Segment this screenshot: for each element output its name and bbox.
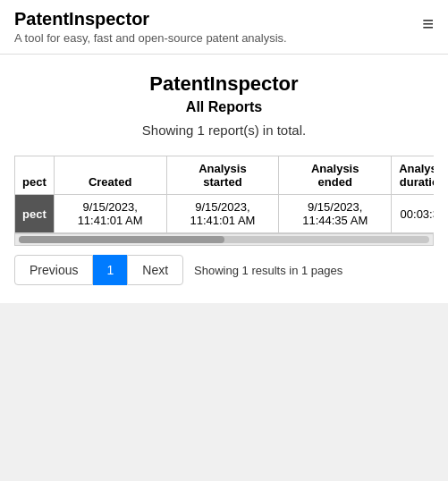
navbar: PatentInspector A tool for easy, fast an… xyxy=(0,0,448,55)
cell-created: 9/15/2023, 11:41:01 AM xyxy=(54,195,166,233)
col-subject: pect xyxy=(15,156,55,195)
hamburger-icon[interactable]: ≡ xyxy=(422,13,434,36)
cell-analysis-duration: 00:03:33 xyxy=(392,195,434,233)
col-analysis-duration: Analysisduration xyxy=(392,156,434,195)
col-created: Created xyxy=(54,156,166,195)
page-heading: PatentInspector xyxy=(14,72,434,96)
col-analysis-started: Analysisstarted xyxy=(166,156,279,195)
pagination-info: Showing 1 results in 1 pages xyxy=(194,264,342,277)
app-title: PatentInspector xyxy=(14,9,287,30)
scrollbar-thumb xyxy=(19,236,224,243)
page-1-button[interactable]: 1 xyxy=(93,255,127,285)
reports-table: pect Created Analysisstarted Analysisend… xyxy=(14,156,434,233)
page-subheading: All Reports xyxy=(14,99,434,115)
col-analysis-ended: Analysisended xyxy=(279,156,392,195)
cell-analysis-started: 9/15/2023, 11:41:01 AM xyxy=(166,195,279,233)
prev-button[interactable]: Previous xyxy=(14,255,93,285)
pagination-area: Previous 1 Next Showing 1 results in 1 p… xyxy=(14,246,434,289)
horizontal-scrollbar[interactable] xyxy=(14,233,434,246)
table-row: pect9/15/2023, 11:41:01 AM9/15/2023, 11:… xyxy=(15,195,435,233)
app-subtitle: A tool for easy, fast and open-source pa… xyxy=(14,31,287,45)
main-content: PatentInspector All Reports Showing 1 re… xyxy=(0,55,448,303)
next-button[interactable]: Next xyxy=(127,255,183,285)
brand: PatentInspector A tool for easy, fast an… xyxy=(14,9,287,45)
table-wrapper: pect Created Analysisstarted Analysisend… xyxy=(14,156,434,233)
scrollbar-track xyxy=(19,236,429,243)
cell-subject: pect xyxy=(15,195,55,233)
cell-analysis-ended: 9/15/2023, 11:44:35 AM xyxy=(279,195,392,233)
report-count: Showing 1 report(s) in total. xyxy=(14,122,434,138)
